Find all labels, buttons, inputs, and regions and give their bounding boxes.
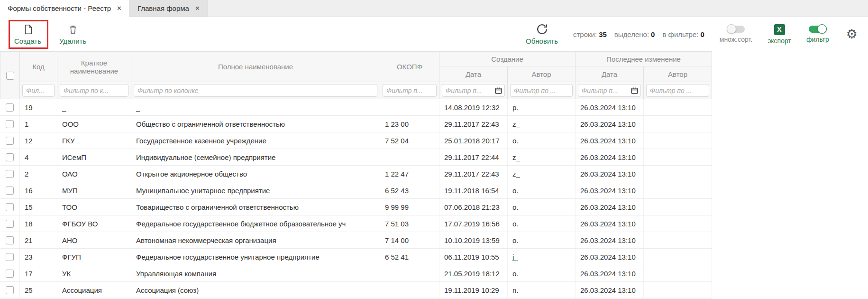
cell-code: 12 <box>20 132 57 149</box>
cell-created-author: z_ <box>508 149 576 166</box>
row-checkbox-cell <box>0 265 20 282</box>
row-checkbox[interactable] <box>6 203 14 211</box>
filter-input-okopf[interactable] <box>383 84 437 97</box>
close-icon[interactable]: ✕ <box>195 5 200 11</box>
column-header-changed-date[interactable]: Дата <box>576 66 644 82</box>
refresh-button[interactable]: Обновить <box>526 23 558 45</box>
filter-input-created-author[interactable] <box>510 84 573 97</box>
cell-changed-author <box>644 132 712 149</box>
table-row[interactable]: 25 Ассоциация Ассоциация (союз) 19.11.20… <box>0 282 712 299</box>
cell-changed-author <box>644 116 712 132</box>
row-checkbox[interactable] <box>6 120 14 128</box>
table-row[interactable]: 18 ФГБОУ ВО Федеральное государственное … <box>0 215 712 232</box>
row-checkbox[interactable] <box>6 270 14 278</box>
cell-short-name: МУП <box>57 182 131 199</box>
column-header-okopf[interactable]: ОКОПФ <box>380 52 439 82</box>
row-checkbox[interactable] <box>6 137 14 145</box>
cell-created-date: 17.07.2019 16:56 <box>439 215 508 232</box>
filter-input-full-name[interactable] <box>134 84 377 97</box>
cell-okopf: 6 52 43 <box>380 182 439 199</box>
column-header-changed-author[interactable]: Автор <box>644 66 712 82</box>
cell-created-author: o. <box>508 232 576 249</box>
tab-bar: Формы собственности - Реестр ✕ Главная ф… <box>0 0 868 17</box>
filter-input-short-name[interactable] <box>60 84 128 97</box>
row-checkbox[interactable] <box>6 187 14 195</box>
cell-short-name: ООО <box>57 116 131 132</box>
filter-input-code[interactable] <box>22 84 55 97</box>
cell-created-date: 29.11.2017 22:43 <box>439 166 508 182</box>
table-row[interactable]: 15 ТОО Товарищество с ограниченной ответ… <box>0 199 712 215</box>
cell-code: 15 <box>20 199 57 215</box>
cell-changed-author <box>644 182 712 199</box>
trash-icon <box>68 24 78 35</box>
cell-full-name: Ассоциация (союз) <box>131 282 380 299</box>
cell-code: 16 <box>20 182 57 199</box>
row-checkbox[interactable] <box>6 103 14 112</box>
column-header-created-date[interactable]: Дата <box>439 66 508 82</box>
column-header-created-author[interactable]: Автор <box>508 66 576 82</box>
delete-button[interactable]: Удалить <box>59 24 86 45</box>
table-body: 19 _ _ 14.08.2019 12:32 p. 26.03.2024 13… <box>0 99 712 299</box>
select-all-cell <box>0 52 20 99</box>
cell-okopf: 1 22 47 <box>380 166 439 182</box>
settings-gear-icon[interactable]: ⚙ <box>846 28 858 41</box>
row-checkbox[interactable] <box>6 236 14 244</box>
row-checkbox-cell <box>0 182 20 199</box>
table-row[interactable]: 4 ИСемП Индивидуальное (семейное) предпр… <box>0 149 712 166</box>
column-header-short-name[interactable]: Краткое наименование <box>57 52 131 82</box>
filter-toggle[interactable] <box>809 26 827 33</box>
table-row[interactable]: 19 _ _ 14.08.2019 12:32 p. 26.03.2024 13… <box>0 99 712 116</box>
cell-code: 18 <box>20 215 57 232</box>
filter-input-changed-author[interactable] <box>646 84 709 97</box>
group-header-creation: Создание <box>439 52 576 66</box>
cell-changed-author <box>644 265 712 282</box>
table-row[interactable]: 1 ООО Общество с ограниченной ответствен… <box>0 116 712 132</box>
row-checkbox[interactable] <box>6 153 14 161</box>
export-button[interactable]: X экспорт <box>767 24 791 45</box>
row-checkbox[interactable] <box>6 170 14 178</box>
refresh-icon <box>536 23 548 35</box>
table-row[interactable]: 17 УК Управляющая компания 21.05.2019 18… <box>0 265 712 282</box>
cell-short-name: ГКУ <box>57 132 131 149</box>
cell-code: 21 <box>20 232 57 249</box>
table-row[interactable]: 2 ОАО Открытое акционерное общество 1 22… <box>0 166 712 182</box>
cell-changed-author <box>644 199 712 215</box>
close-icon[interactable]: ✕ <box>117 5 122 11</box>
column-header-full-name[interactable]: Полное наименование <box>131 52 380 82</box>
create-button[interactable]: Создать <box>14 24 41 45</box>
table-row[interactable]: 21 АНО Автономная некоммерческая организ… <box>0 232 712 249</box>
cell-code: 17 <box>20 265 57 282</box>
column-header-code[interactable]: Код <box>20 52 57 82</box>
table-row[interactable]: 12 ГКУ Государственное казенное учрежден… <box>0 132 712 149</box>
table-stats: строки:35 выделено:0 в фильтре:0 <box>573 30 704 38</box>
calendar-icon[interactable] <box>495 87 502 94</box>
multisort-toggle[interactable] <box>727 26 745 33</box>
row-checkbox[interactable] <box>6 286 14 294</box>
cell-code: 19 <box>20 99 57 116</box>
cell-changed-author <box>644 149 712 166</box>
cell-changed-date: 26.03.2024 13:10 <box>576 99 644 116</box>
select-all-checkbox[interactable] <box>6 72 14 80</box>
cell-changed-date: 26.03.2024 13:10 <box>576 282 644 299</box>
cell-changed-author <box>644 215 712 232</box>
cell-okopf: 7 52 04 <box>380 132 439 149</box>
cell-changed-author <box>644 99 712 116</box>
row-checkbox[interactable] <box>6 220 14 228</box>
tab-forms-of-ownership-registry[interactable]: Формы собственности - Реестр ✕ <box>0 0 130 17</box>
cell-created-author: n. <box>508 282 576 299</box>
row-checkbox-cell <box>0 199 20 215</box>
cell-created-date: 14.08.2019 12:32 <box>439 99 508 116</box>
tab-main-form[interactable]: Главная форма ✕ <box>130 0 208 17</box>
multisort-label: множ.сорт. <box>720 36 752 43</box>
row-checkbox[interactable] <box>6 253 14 261</box>
table-row[interactable]: 16 МУП Муниципальное унитарное предприят… <box>0 182 712 199</box>
calendar-icon[interactable] <box>631 87 638 94</box>
cell-created-author: o. <box>508 265 576 282</box>
table-row[interactable]: 23 ФГУП Федеральное государственное унит… <box>0 249 712 265</box>
rows-count: строки:35 <box>573 30 607 38</box>
refresh-button-label: Обновить <box>526 37 558 45</box>
tab-label: Формы собственности - Реестр <box>8 4 111 12</box>
new-document-icon <box>23 24 33 35</box>
cell-changed-author <box>644 232 712 249</box>
cell-changed-author <box>644 249 712 265</box>
